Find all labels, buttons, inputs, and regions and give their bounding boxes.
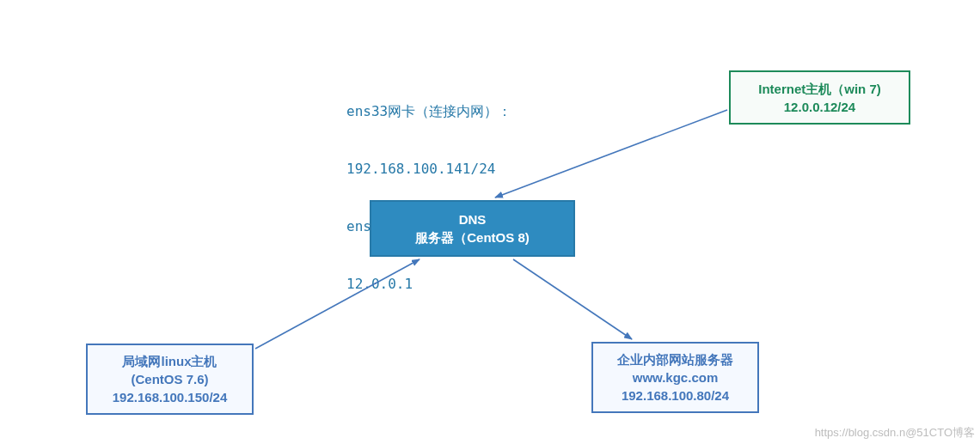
dns-line2: 服务器（CentOS 8) (415, 228, 530, 246)
config-line4: 12.0.0.1 (346, 275, 511, 294)
webserver-line1: 企业内部网站服务器 (617, 350, 733, 368)
internet-host-node: Internet主机（win 7) 12.0.0.12/24 (729, 70, 910, 125)
webserver-line2: www.kgc.com (633, 368, 718, 386)
dns-server-node: DNS 服务器（CentOS 8) (370, 200, 575, 257)
lan-line3: 192.168.100.150/24 (113, 388, 227, 406)
config-line1: ens33网卡（连接内网）： (346, 102, 511, 121)
webserver-line3: 192.168.100.80/24 (622, 386, 729, 404)
webserver-node: 企业内部网站服务器 www.kgc.com 192.168.100.80/24 (591, 342, 759, 413)
nic-config-text: ens33网卡（连接内网）： 192.168.100.141/24 ens36网… (346, 64, 511, 313)
lan-host-node: 局域网linux主机 (CentOS 7.6) 192.168.100.150/… (86, 344, 254, 415)
internet-line2: 12.0.0.12/24 (784, 98, 855, 116)
edge-internet-to-dns (495, 110, 727, 198)
watermark-text: https://blog.csdn.n@51CTO博客 (815, 425, 975, 441)
edge-dns-to-webserver (513, 259, 632, 339)
config-line2: 192.168.100.141/24 (346, 160, 511, 179)
lan-line1: 局域网linux主机 (122, 352, 217, 370)
internet-line1: Internet主机（win 7) (758, 80, 881, 98)
dns-line1: DNS (459, 210, 487, 228)
lan-line2: (CentOS 7.6) (131, 370, 208, 388)
